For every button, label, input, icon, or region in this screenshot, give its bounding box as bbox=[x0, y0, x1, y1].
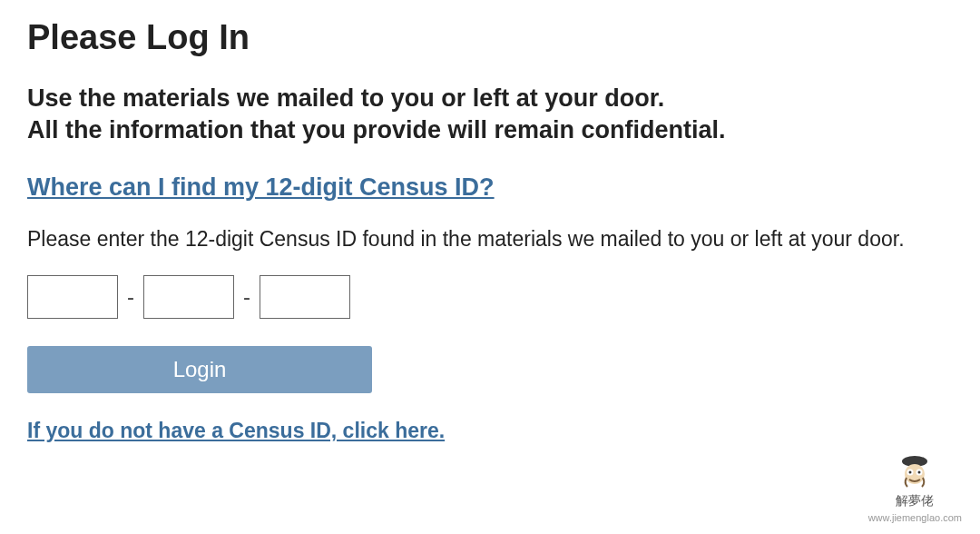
svg-point-4 bbox=[909, 471, 912, 474]
instruction-text: Please enter the 12-digit Census ID foun… bbox=[27, 225, 953, 253]
find-census-id-link[interactable]: Where can I find my 12-digit Census ID? bbox=[27, 173, 495, 202]
intro-text: Use the materials we mailed to you or le… bbox=[27, 83, 953, 146]
page-title: Please Log In bbox=[27, 18, 953, 57]
login-button[interactable]: Login bbox=[27, 346, 372, 393]
separator-1: - bbox=[127, 284, 134, 310]
census-id-input-row: - - bbox=[27, 275, 953, 319]
no-census-id-link[interactable]: If you do not have a Census ID, click he… bbox=[27, 419, 445, 443]
census-id-part-1[interactable] bbox=[27, 275, 118, 319]
watermark-brand: 解夢佬 bbox=[896, 493, 934, 509]
census-id-part-3[interactable] bbox=[260, 275, 350, 319]
intro-line-1: Use the materials we mailed to you or le… bbox=[27, 83, 953, 114]
watermark-url: www.jiemenglao.com bbox=[868, 512, 962, 523]
separator-2: - bbox=[243, 284, 250, 310]
watermark: 解夢佬 www.jiemenglao.com bbox=[868, 454, 962, 523]
watermark-logo-icon bbox=[895, 454, 935, 490]
svg-point-5 bbox=[918, 471, 921, 474]
intro-line-2: All the information that you provide wil… bbox=[27, 114, 953, 146]
census-id-part-2[interactable] bbox=[143, 275, 234, 319]
